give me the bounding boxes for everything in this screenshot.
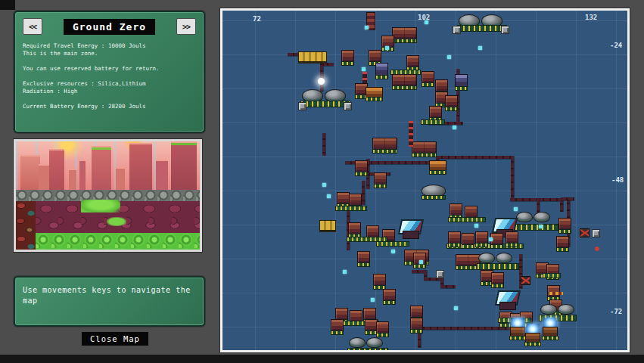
map-structure-machineO	[429, 160, 446, 172]
map-structure-machine	[410, 306, 423, 318]
map-structure-machine	[435, 79, 448, 92]
preview-building	[156, 160, 168, 191]
map-coordinate-label: 72	[253, 15, 261, 23]
zone-header: << Ground Zero >>	[15, 18, 204, 35]
map-structure-dot	[371, 298, 375, 302]
map-structure-machineYs	[319, 220, 336, 231]
map-structure-dot	[453, 126, 456, 129]
map-pipe	[561, 197, 574, 200]
map-structure-dot	[365, 26, 369, 29]
map-structure-dot	[478, 46, 482, 50]
map-structure-machine	[348, 222, 361, 235]
map-structure-crystal	[543, 319, 558, 337]
map-structure-dot	[447, 55, 451, 59]
map-structure-crate	[436, 270, 444, 278]
map-pipe	[322, 133, 325, 156]
map-structure-belt	[335, 206, 367, 211]
map-structure-crate	[453, 26, 461, 34]
map-structure-platform	[515, 224, 558, 231]
map-structure-machineD	[375, 63, 388, 76]
map-structure-machine	[369, 50, 381, 63]
map-structure-dot	[474, 224, 478, 228]
preview-moss-patch	[107, 217, 126, 226]
zone-info-line: Required Travel Energy : 10000 Jouls	[23, 42, 198, 50]
map-structure-dot	[514, 207, 518, 211]
map-pipe	[511, 156, 514, 200]
map-structure-machine	[357, 251, 370, 264]
map-structure-machine	[331, 319, 344, 332]
zone-map[interactable]: 72102132-24-48-72	[220, 8, 630, 352]
map-pipe	[320, 58, 323, 92]
map-structure-machine	[349, 194, 362, 206]
map-structure-platform	[347, 348, 388, 352]
map-pipe	[412, 270, 424, 273]
map-coordinate-label: -24	[610, 42, 622, 49]
map-structure-machineD	[455, 74, 468, 88]
map-structure-machine	[337, 192, 350, 205]
zone-info-line: Current Battery Energy : 28200 Jouls	[23, 103, 198, 110]
map-structure-crate	[298, 102, 306, 110]
zone-preview-image	[14, 139, 202, 252]
map-structure-machine	[491, 272, 504, 285]
zone-info-line	[23, 57, 198, 65]
crystal-pot	[525, 333, 540, 343]
map-structure-machine	[556, 236, 569, 249]
map-pipe	[322, 63, 334, 66]
map-structure-dot	[385, 46, 389, 50]
map-structure-machine	[429, 106, 442, 119]
preview-building	[116, 167, 125, 191]
map-structure-dot	[419, 260, 423, 264]
map-pipe	[362, 181, 365, 205]
map-structure-machine	[558, 218, 571, 231]
map-pipe	[440, 285, 456, 288]
preview-building	[171, 141, 197, 191]
map-structure-golddash	[549, 292, 563, 295]
player-marker	[318, 78, 325, 85]
map-structure-tank1	[422, 185, 446, 197]
map-structure-cratex	[580, 228, 590, 237]
close-map-button[interactable]: Close Map	[82, 332, 148, 346]
map-structure-crystal	[525, 325, 540, 343]
map-structure-solar	[496, 290, 518, 310]
preview-left-rocks	[16, 201, 36, 250]
zone-info-line: This is the main zone.	[23, 50, 198, 57]
map-coordinate-label: -48	[611, 176, 624, 184]
map-coordinate-label: 132	[585, 14, 597, 21]
map-structure-crate	[501, 26, 509, 34]
map-structure-dot	[391, 250, 395, 253]
next-zone-button[interactable]: >>	[176, 18, 196, 35]
map-structure-machine	[462, 233, 474, 246]
map-structure-dot	[539, 225, 543, 228]
map-structure-machine	[445, 95, 458, 108]
preview-slime-layer	[36, 233, 200, 250]
map-structure-dot	[322, 183, 326, 187]
corner-block	[0, 0, 15, 10]
map-structure-machine	[373, 274, 386, 287]
map-structure-machine	[406, 55, 419, 68]
zone-info-line	[23, 73, 198, 80]
zone-info-line: Exclusive resources : Silica,Lithium	[23, 80, 198, 88]
preview-building	[39, 164, 49, 191]
map-structure-platform	[457, 25, 507, 32]
map-structure-machine2	[392, 27, 417, 40]
map-structure-tank2s	[540, 304, 574, 314]
map-structure-machine	[506, 231, 518, 244]
map-structure-machineO	[366, 87, 383, 98]
map-coordinate-label: -72	[610, 308, 622, 315]
map-structure-belt	[543, 273, 561, 278]
map-structure-solar	[400, 219, 421, 239]
previous-zone-button[interactable]: <<	[23, 18, 42, 35]
crystal-pot	[510, 327, 525, 337]
map-structure-crate	[592, 229, 600, 237]
map-structure-belt	[421, 119, 445, 125]
preview-building	[92, 146, 111, 191]
zone-title: Ground Zero	[64, 19, 155, 35]
map-structure-machine	[450, 203, 462, 216]
map-structure-platform	[477, 263, 519, 270]
zone-info-panel: << Ground Zero >> Required Travel Energy…	[14, 11, 205, 133]
bottom-bar	[0, 355, 644, 363]
map-structure-machine2	[412, 141, 437, 154]
map-structure-machine	[355, 160, 368, 173]
zone-info-text: Required Travel Energy : 10000 JoulsThis…	[23, 42, 198, 110]
map-structure-machine	[376, 321, 389, 334]
